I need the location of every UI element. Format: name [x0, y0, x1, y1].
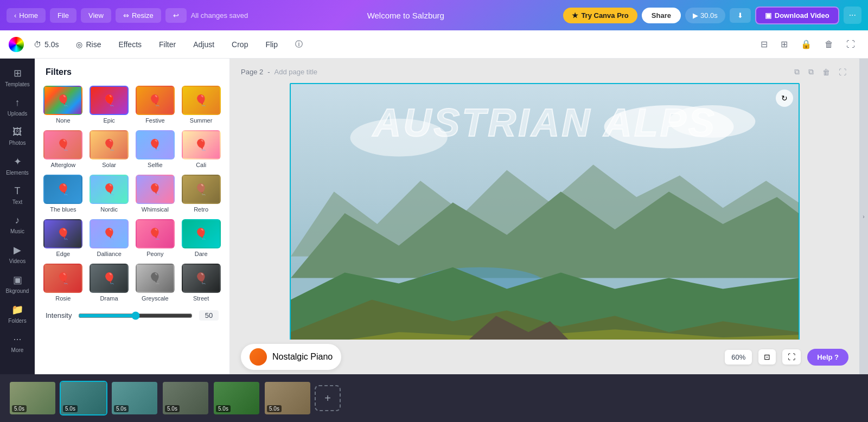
intensity-row: Intensity 50 — [35, 304, 229, 329]
filter-item-peony[interactable]: 🎈Peony — [133, 217, 177, 259]
filter-item-afterglow[interactable]: 🎈Afterglow — [41, 128, 85, 170]
filter-thumb-dare: 🎈 — [182, 219, 221, 248]
filter-thumb-dalliance: 🎈 — [90, 219, 129, 248]
sidebar-item-videos[interactable]: ▶ Videos — [2, 240, 33, 268]
add-clip-button[interactable]: + — [315, 385, 341, 411]
filter-item-retro[interactable]: 🎈Retro — [179, 172, 223, 215]
timeline-clip-1[interactable]: 5.0s — [60, 381, 107, 415]
filter-item-rosie[interactable]: 🎈Rosie — [41, 261, 85, 304]
info-button[interactable]: ⓘ — [288, 36, 310, 53]
timer-toolbar-button[interactable]: ⏱ 5.0s — [26, 36, 66, 53]
timeline-clip-duration-5: 5.0s — [267, 405, 282, 412]
timeline-clip-4[interactable]: 5.0s — [213, 381, 260, 415]
resize-button[interactable]: ⇔ Resize — [116, 8, 161, 23]
sidebar-item-folders[interactable]: 📁 Folders — [2, 299, 33, 328]
filter-item-cali[interactable]: 🎈Cali — [179, 128, 223, 170]
sidebar-item-templates[interactable]: ⊞ Templates — [2, 63, 33, 92]
filter-item-none[interactable]: 🎈None — [41, 84, 85, 126]
flip-button[interactable]: Flip — [258, 36, 285, 53]
toolbar: ⏱ 5.0s ◎ Rise Effects Filter Adjust Crop… — [0, 30, 868, 59]
grid-icon-button[interactable]: ⊞ — [776, 36, 792, 53]
canvas-area: Page 2 - Add page title ⧉ ⧉ 🗑 ⛶ — [230, 59, 859, 374]
clock-icon: ⏱ — [34, 40, 41, 49]
filter-label-solar: Solar — [102, 162, 116, 168]
file-button[interactable]: File — [50, 8, 76, 23]
refresh-button[interactable]: ↻ — [776, 89, 793, 107]
undo-button[interactable]: ↩ — [165, 8, 187, 23]
help-button[interactable]: Help ? — [807, 349, 848, 366]
intensity-label: Intensity — [46, 311, 72, 319]
try-pro-button[interactable]: ★ Try Canva Pro — [563, 8, 637, 23]
filter-item-dalliance[interactable]: 🎈Dalliance — [87, 217, 131, 259]
filter-label-street: Street — [193, 295, 209, 302]
music-pill[interactable]: Nostalgic Piano — [241, 344, 341, 370]
zoom-level-button[interactable]: 60% — [725, 350, 752, 365]
timeline-clip-2[interactable]: 5.0s — [111, 381, 158, 415]
add-page-button[interactable]: ⛶ — [837, 65, 848, 79]
lock-icon-button[interactable]: 🔒 — [796, 36, 816, 53]
more-options-button[interactable]: ··· — [844, 7, 861, 24]
home-button[interactable]: ‹ Home — [7, 8, 46, 23]
videos-icon: ▶ — [14, 244, 21, 256]
crop-button[interactable]: Crop — [224, 36, 256, 53]
fit-to-screen-button[interactable]: ⊡ — [758, 349, 776, 365]
effects-button[interactable]: Effects — [111, 36, 149, 53]
expand-icon-button[interactable]: ⛶ — [842, 36, 859, 53]
filter-thumb-greyscale: 🎈 — [136, 264, 175, 293]
filter-item-blues[interactable]: 🎈The blues — [41, 172, 85, 215]
sidebar-item-photos[interactable]: 🖼 Photos — [2, 122, 33, 150]
filter-label-selfie: Selfie — [148, 162, 163, 168]
copy-page-button[interactable]: ⧉ — [806, 65, 816, 79]
filter-item-drama[interactable]: 🎈Drama — [87, 261, 131, 304]
filter-icon-button[interactable]: ⊟ — [756, 36, 772, 53]
timer-button[interactable]: ▶ 30.0s — [685, 8, 725, 23]
rise-button[interactable]: ◎ Rise — [68, 36, 108, 53]
filter-item-edge[interactable]: 🎈Edge — [41, 217, 85, 259]
timeline-clip-3[interactable]: 5.0s — [162, 381, 209, 415]
filter-item-summer[interactable]: 🎈Summer — [179, 84, 223, 126]
top-navigation: ‹ Home File View ⇔ Resize ↩ All changes … — [0, 0, 868, 30]
sidebar-item-music[interactable]: ♪ Music — [2, 210, 33, 239]
filter-label-rosie: Rosie — [55, 295, 71, 302]
filter-item-festive[interactable]: 🎈Festive — [133, 84, 177, 126]
delete-page-button[interactable]: 🗑 — [820, 65, 832, 79]
sidebar-item-background[interactable]: ▣ Bkground — [2, 270, 33, 298]
filter-label-peony: Peony — [146, 251, 163, 257]
sidebar-item-elements[interactable]: ✦ Elements — [2, 151, 33, 180]
filter-item-greyscale[interactable]: 🎈Greyscale — [133, 261, 177, 304]
filter-item-whimsical[interactable]: 🎈Whimsical — [133, 172, 177, 215]
sidebar-item-text[interactable]: T Text — [2, 181, 33, 209]
filter-item-dare[interactable]: 🎈Dare — [179, 217, 223, 259]
download-video-button[interactable]: ▣ Download Video — [755, 7, 839, 24]
filter-item-epic[interactable]: 🎈Epic — [87, 84, 131, 126]
intensity-value: 50 — [199, 310, 219, 321]
expand-view-button[interactable]: ⛶ — [782, 349, 801, 365]
download-icon-button[interactable]: ⬇ — [730, 8, 751, 23]
sidebar-item-uploads[interactable]: ↑ Uploads — [2, 93, 33, 121]
duplicate-page-button[interactable]: ⧉ — [792, 65, 802, 79]
timeline-clip-5[interactable]: 5.0s — [264, 381, 311, 415]
view-button[interactable]: View — [81, 8, 111, 23]
sidebar: ⊞ Templates ↑ Uploads 🖼 Photos ✦ Element… — [0, 59, 35, 374]
color-rainbow-button[interactable] — [9, 37, 24, 52]
filter-button[interactable]: Filter — [151, 36, 183, 53]
sidebar-item-more[interactable]: ··· More — [2, 329, 33, 357]
intensity-slider[interactable] — [78, 311, 193, 320]
filter-thumb-peony: 🎈 — [136, 219, 175, 248]
filter-thumb-festive: 🎈 — [136, 86, 175, 115]
filter-item-nordic[interactable]: 🎈Nordic — [87, 172, 131, 215]
page-title-bar: Page 2 - Add page title ⧉ ⧉ 🗑 ⛶ — [230, 59, 859, 83]
filter-item-selfie[interactable]: 🎈Selfie — [133, 128, 177, 170]
filter-item-street[interactable]: 🎈Street — [179, 261, 223, 304]
canvas-frame[interactable]: AUSTRIAN ALPS ↻ — [290, 83, 800, 340]
filter-item-solar[interactable]: 🎈Solar — [87, 128, 131, 170]
share-button[interactable]: Share — [642, 8, 681, 23]
timeline-clip-0[interactable]: 5.0s — [9, 381, 56, 415]
right-panel-collapse[interactable]: › — [859, 59, 868, 374]
background-icon: ▣ — [13, 274, 22, 286]
trash-icon-button[interactable]: 🗑 — [820, 36, 838, 53]
filter-thumb-whimsical: 🎈 — [136, 175, 175, 204]
canvas-title: AUSTRIAN ALPS — [373, 100, 716, 145]
adjust-button[interactable]: Adjust — [186, 36, 222, 53]
page-title-placeholder[interactable]: Add page title — [275, 68, 318, 76]
